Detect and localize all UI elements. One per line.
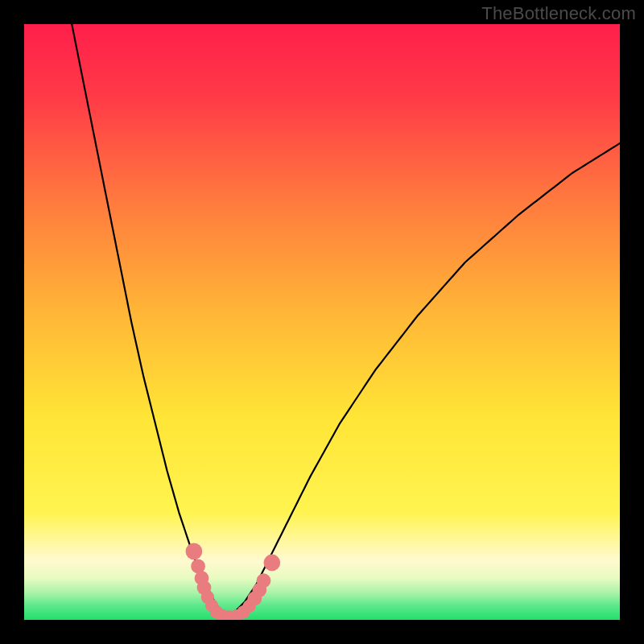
- plot-area: [24, 24, 620, 620]
- knot-point: [257, 573, 271, 588]
- chart-frame: TheBottleneck.com: [0, 0, 644, 644]
- knot-point: [186, 543, 203, 560]
- watermark-text: TheBottleneck.com: [481, 3, 636, 24]
- curve-knots: [24, 24, 620, 620]
- knot-point: [263, 555, 280, 572]
